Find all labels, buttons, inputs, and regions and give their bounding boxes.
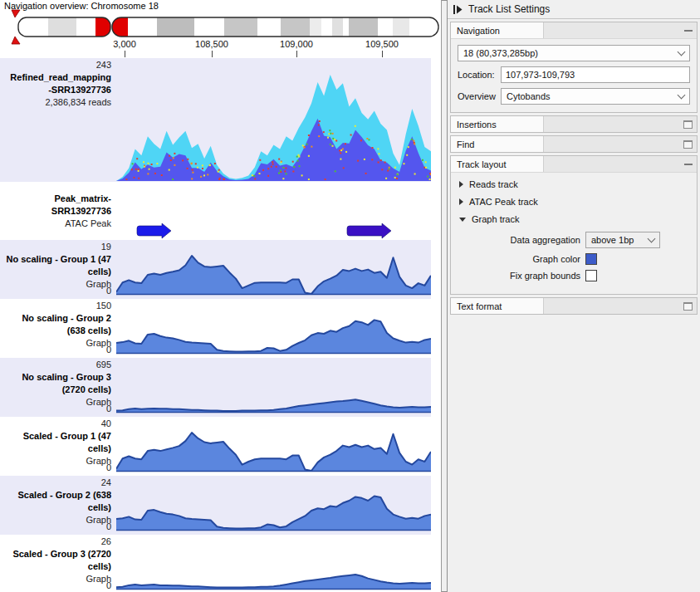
track-peaks[interactable]: Peak_matrix-SRR13927736ATAC Peak [0, 182, 431, 240]
graph-color-swatch[interactable] [585, 253, 597, 265]
track-name: Scaled - Group 2 (638 [2, 489, 111, 501]
track-subtitle: ATAC Peak [2, 218, 111, 230]
panel-header[interactable]: Track List Settings [448, 0, 700, 19]
track-label: 26Scaled - Group 3 (2720cells)Graph0 [0, 535, 116, 592]
track-name: cells) [2, 560, 111, 573]
tree-item-label: Reads track [469, 179, 518, 189]
section-title-track-layout: Track layout [457, 159, 507, 169]
tree-item-atac-peak-track[interactable]: ATAC Peak track [459, 197, 692, 207]
track-label: 695No scaling - Group 3(2720 cells)Graph… [0, 358, 116, 417]
track-label: Peak_matrix-SRR13927736ATAC Peak [0, 182, 116, 240]
track-max-value: 40 [2, 418, 111, 430]
twisty-expanded-icon[interactable] [459, 218, 466, 222]
panel-title: Track List Settings [468, 3, 550, 15]
section-insertions: Insertions [450, 115, 698, 133]
track-subtitle: Graph [2, 278, 111, 291]
section-find: Find [450, 135, 698, 153]
track-plot-graph6 [116, 535, 431, 592]
track-name: (2720 cells) [2, 384, 111, 396]
section-text-format: Text format [450, 297, 698, 315]
track-plot-graph1 [116, 240, 431, 302]
section-header-navigation[interactable]: Navigation [451, 22, 697, 38]
track-zero-value: 0 [106, 285, 111, 297]
track-graph5[interactable]: 24Scaled - Group 2 (638cells)Graph0 [0, 476, 431, 535]
track-label: 150No scaling - Group 2(638 cells)Graph0 [0, 299, 116, 358]
ruler-tick-mark [125, 51, 125, 57]
track-plot-graph5 [116, 476, 431, 538]
track-max-value: 243 [2, 59, 111, 71]
application-window: { "left": { "overview_title": "Navigatio… [0, 0, 700, 592]
ruler-tick-mark [212, 51, 213, 57]
ruler-tick-label: 108,500 [195, 39, 228, 49]
location-label: Location: [458, 70, 501, 80]
location-input[interactable] [501, 66, 690, 83]
chromosome-select-value: 18 (80,373,285bp) [463, 48, 538, 58]
track-graph2[interactable]: 150No scaling - Group 2(638 cells)Graph0 [0, 299, 431, 358]
track-layout-body: Reads track ATAC Peak track Graph track … [451, 172, 697, 294]
track-subtitle: Graph [2, 396, 111, 409]
section-track-layout: Track layout Reads track ATAC Peak track… [450, 155, 698, 295]
track-subtitle: Graph [2, 337, 111, 350]
section-title-text-format: Text format [457, 301, 502, 311]
track-label: 243Refined_read_mapping-SRR139277362,386… [0, 58, 116, 182]
track-max-value: 695 [2, 359, 111, 371]
track-max-value: 26 [2, 536, 111, 548]
collapse-icon[interactable] [684, 30, 693, 32]
track-name: cells) [2, 501, 111, 514]
section-header-track-layout[interactable]: Track layout [451, 156, 697, 172]
track-name: Refined_read_mapping [2, 71, 111, 84]
track-name: cells) [2, 266, 111, 278]
section-navigation: Navigation 18 (80,373,285bp) Location: O… [450, 22, 698, 113]
ruler-tick-label: 3,000 [113, 39, 136, 49]
track-name: SRR13927736 [2, 205, 111, 218]
float-window-icon[interactable] [683, 120, 693, 129]
float-window-icon[interactable] [683, 302, 693, 311]
settings-panel: Track List Settings Navigation 18 (80,37… [447, 0, 700, 592]
collapse-icon[interactable] [684, 164, 693, 165]
overview-label: Overview [458, 91, 501, 101]
track-plot-graph2 [116, 299, 431, 361]
section-header-text-format[interactable]: Text format [451, 298, 697, 314]
section-header-insertions[interactable]: Insertions [451, 116, 697, 132]
sidebar-toggle-icon[interactable] [453, 5, 463, 14]
track-label: 19No scaling - Group 1 (47cells)Graph0 [0, 240, 116, 299]
ruler-tick-label: 109,000 [280, 39, 313, 49]
track-zero-value: 0 [106, 344, 111, 356]
data-aggregation-select[interactable]: above 1bp [585, 232, 660, 248]
track-zero-value: 0 [106, 462, 111, 474]
ruler-tick-mark [296, 51, 297, 57]
graph-color-label: Graph color [456, 254, 580, 264]
track-subtitle: Graph [2, 514, 111, 526]
track-name: cells) [2, 443, 111, 455]
position-ruler[interactable]: 3,000108,500109,000109,500 [0, 38, 442, 58]
track-name: (638 cells) [2, 325, 111, 337]
track-graph6[interactable]: 26Scaled - Group 3 (2720cells)Graph0 [0, 535, 431, 592]
float-window-icon[interactable] [683, 140, 693, 149]
track-graph4[interactable]: 40Scaled - Group 1 (47cells)Graph0 [0, 417, 431, 476]
track-name: Scaled - Group 1 (47 [2, 430, 111, 443]
track-max-value: 24 [2, 477, 111, 489]
tree-item-reads-track[interactable]: Reads track [459, 179, 692, 189]
track-plot-peaks [116, 182, 431, 243]
track-graph1[interactable]: 19No scaling - Group 1 (47cells)Graph0 [0, 240, 431, 299]
track-graph3[interactable]: 695No scaling - Group 3(2720 cells)Graph… [0, 358, 431, 417]
track-max-value: 19 [2, 241, 111, 253]
navigation-body: 18 (80,373,285bp) Location: Overview Cyt… [451, 38, 697, 112]
overview-select[interactable]: Cytobands [501, 88, 690, 105]
chromosome-select[interactable]: 18 (80,373,285bp) [458, 45, 690, 61]
tree-item-graph-track[interactable]: Graph track [459, 214, 692, 224]
twisty-collapsed-icon[interactable] [459, 181, 463, 188]
track-name: Scaled - Group 3 (2720 [2, 548, 111, 560]
track-list: 243Refined_read_mapping-SRR139277362,386… [0, 58, 431, 592]
fix-graph-bounds-checkbox[interactable] [585, 270, 597, 281]
track-reads[interactable]: 243Refined_read_mapping-SRR139277362,386… [0, 58, 431, 182]
track-name: No scaling - Group 1 (47 [2, 253, 111, 266]
ruler-tick-label: 109,500 [365, 39, 399, 49]
section-title-find: Find [457, 139, 474, 149]
track-subtitle: Graph [2, 455, 111, 467]
chevron-down-icon [678, 91, 686, 100]
section-header-find[interactable]: Find [451, 136, 697, 152]
chevron-down-icon [648, 235, 656, 243]
track-name: Peak_matrix- [2, 193, 111, 205]
twisty-collapsed-icon[interactable] [459, 198, 463, 205]
